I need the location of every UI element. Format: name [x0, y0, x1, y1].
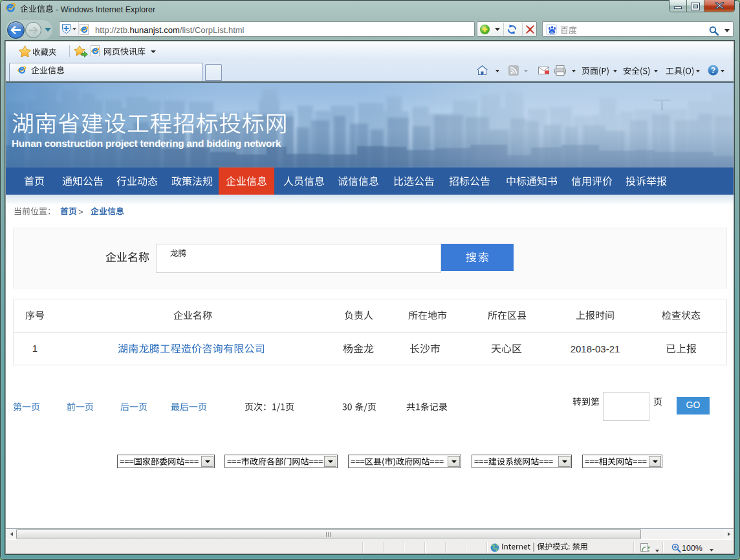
- svg-text:?: ?: [711, 66, 715, 75]
- svg-text:du: du: [550, 30, 554, 34]
